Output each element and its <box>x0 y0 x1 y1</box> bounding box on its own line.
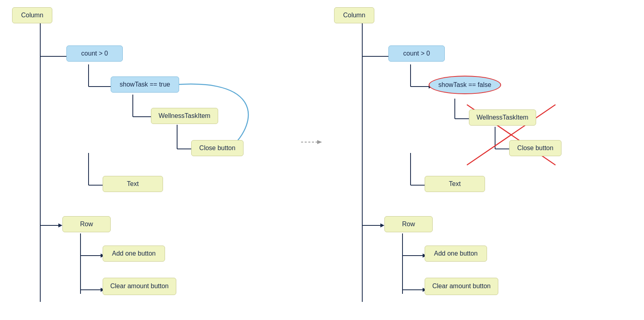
right-lines <box>322 0 644 320</box>
right-count-node: count > 0 <box>388 45 445 62</box>
left-diagram: Column count > 0 showTask == true Wellne… <box>0 0 322 320</box>
right-row-node: Row <box>384 216 433 232</box>
left-wellness-node: WellnessTaskItem <box>151 108 218 124</box>
left-close-node: Close button <box>191 140 244 156</box>
left-column-node: Column <box>12 7 52 23</box>
right-addone-node: Add one button <box>425 246 487 262</box>
right-wellness-node: WellnessTaskItem <box>469 109 536 126</box>
left-text-node: Text <box>103 176 163 192</box>
left-clear-node: Clear amount button <box>103 278 176 295</box>
left-row-node: Row <box>62 216 111 232</box>
svg-marker-24 <box>317 140 322 144</box>
divider-arrow <box>301 136 325 150</box>
right-showtask-node: showTask == false <box>429 76 501 94</box>
left-showtask-node: showTask == true <box>111 76 179 93</box>
svg-marker-16 <box>58 223 62 227</box>
divider-svg <box>301 136 325 148</box>
diagram-container: Column count > 0 showTask == true Wellne… <box>0 0 644 320</box>
right-text-node: Text <box>425 176 485 192</box>
left-count-node: count > 0 <box>66 45 123 62</box>
right-column-node: Column <box>334 7 374 23</box>
left-addone-node: Add one button <box>103 246 165 262</box>
right-clear-node: Clear amount button <box>425 278 498 295</box>
right-close-node: Close button <box>509 140 561 156</box>
svg-marker-41 <box>380 223 384 227</box>
left-lines <box>0 0 322 320</box>
right-diagram: Column count > 0 showTask == false Welln… <box>322 0 644 320</box>
